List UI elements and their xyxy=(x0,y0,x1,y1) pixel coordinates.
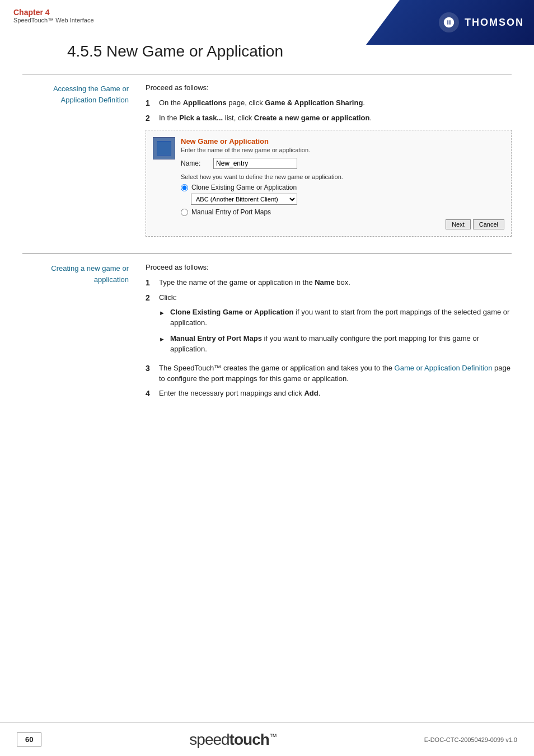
section2-content: Proceed as follows: 1 Type the name of t… xyxy=(146,263,512,403)
s2-step4-text: Enter the necessary port mappings and cl… xyxy=(159,388,320,400)
arrow-icon2: ► xyxy=(159,333,166,355)
section2-step3: 3 The SpeedTouch™ creates the game or ap… xyxy=(146,363,512,384)
thomson-logo-text: THOMSON xyxy=(465,17,524,29)
screenshot-box: New Game or Application Enter the name o… xyxy=(146,130,512,237)
brand-bold: touch xyxy=(229,731,269,748)
step1-num: 1 xyxy=(146,97,153,109)
page-header: Chapter 4 SpeedTouch™ Web Interface THOM… xyxy=(0,0,534,29)
s2-step3-text: The SpeedTouch™ creates the game or appl… xyxy=(159,363,512,384)
chapter-label: Chapter 4 xyxy=(13,8,94,17)
section2-label-col: Creating a new game or application xyxy=(22,263,134,403)
page-number: 60 xyxy=(17,732,41,746)
page-title: 4.5.5 New Game or Application xyxy=(67,43,512,60)
s2-step1-num: 1 xyxy=(146,277,153,289)
screenshot-icon-inner xyxy=(157,141,171,156)
ss-title: New Game or Application xyxy=(181,137,504,145)
section1-content: Proceed as follows: 1 On the Application… xyxy=(146,83,512,242)
arrow-item1: ► Clone Existing Game or Application if … xyxy=(159,307,512,328)
ss-dropdown-row: ABC (Another Bittorent Client) xyxy=(191,194,504,205)
thomson-logo-icon xyxy=(439,12,459,32)
step2-num: 2 xyxy=(146,112,153,124)
ss-subtitle: Enter the name of the new game or applic… xyxy=(181,147,504,153)
section2-row: Creating a new game or application Proce… xyxy=(22,263,512,403)
footer-doc-code: E-DOC-CTC-20050429-0099 v1.0 xyxy=(424,736,517,743)
arrow-item2: ► Manual Entry of Port Maps if you want … xyxy=(159,333,512,355)
page-footer: 60 speedtouch™ E-DOC-CTC-20050429-0099 v… xyxy=(0,722,534,756)
ss-radio2-row: Manual Entry of Port Maps xyxy=(181,208,504,216)
chapter-subtitle: SpeedTouch™ Web Interface xyxy=(13,17,94,24)
arrow-icon1: ► xyxy=(159,307,166,328)
ss-radio2-label: Manual Entry of Port Maps xyxy=(191,208,271,216)
ss-radio2[interactable] xyxy=(181,209,188,216)
section1-step2: 2 In the Pick a task... list, click Crea… xyxy=(146,112,512,124)
section2-label: Creating a new game or application xyxy=(22,263,129,285)
ss-radio1[interactable] xyxy=(181,184,188,191)
s2-step3-num: 3 xyxy=(146,363,153,384)
arrow-item1-text: Clone Existing Game or Application if yo… xyxy=(170,307,512,328)
arrow-item2-text: Manual Entry of Port Maps if you want to… xyxy=(170,333,512,355)
ss-radio1-label: Clone Existing Game or Application xyxy=(191,184,297,191)
arrow-list: ► Clone Existing Game or Application if … xyxy=(159,307,512,355)
brand-tm: ™ xyxy=(269,731,277,740)
ss-app-select[interactable]: ABC (Another Bittorent Client) xyxy=(191,194,297,205)
section1-row: Accessing the Game or Application Defini… xyxy=(22,83,512,242)
screenshot-app-icon xyxy=(153,137,175,159)
s2-step4-num: 4 xyxy=(146,388,153,400)
step2-text: In the Pick a task... list, click Create… xyxy=(159,112,372,124)
brand-regular: speed xyxy=(189,731,229,748)
s2-step1-text: Type the name of the game or application… xyxy=(159,277,350,289)
ss-name-row: Name: xyxy=(181,158,504,169)
ss-name-input[interactable] xyxy=(213,158,297,169)
header-left: Chapter 4 SpeedTouch™ Web Interface xyxy=(13,8,94,24)
section2-proceed: Proceed as follows: xyxy=(146,263,512,271)
header-banner: THOMSON xyxy=(366,0,534,45)
section1-label: Accessing the Game or Application Defini… xyxy=(22,83,129,105)
ss-cancel-button[interactable]: Cancel xyxy=(473,219,504,229)
thomson-icon-svg xyxy=(443,16,455,29)
section2-step2: 2 Click: ► Clone Existing Game or Applic… xyxy=(146,292,512,359)
ss-select-label: Select how you want to define the new ga… xyxy=(181,173,504,180)
section2-divider xyxy=(22,253,512,254)
section1-steps: 1 On the Applications page, click Game &… xyxy=(146,97,512,124)
screenshot-content: New Game or Application Enter the name o… xyxy=(181,137,504,229)
main-content: Accessing the Game or Application Defini… xyxy=(0,74,534,403)
game-definition-link[interactable]: Game or Application Definition xyxy=(395,364,493,372)
s2-step2-num: 2 xyxy=(146,292,153,359)
s2-step2-text: Click: xyxy=(159,293,177,302)
section1-label-col: Accessing the Game or Application Defini… xyxy=(22,83,134,242)
s2-step2-content: Click: ► Clone Existing Game or Applicat… xyxy=(159,292,512,359)
section1-proceed: Proceed as follows: xyxy=(146,83,512,92)
section1-divider xyxy=(22,74,512,74)
section1-step1: 1 On the Applications page, click Game &… xyxy=(146,97,512,109)
footer-brand: speedtouch™ xyxy=(189,731,277,749)
section2-step1: 1 Type the name of the game or applicati… xyxy=(146,277,512,289)
ss-next-button[interactable]: Next xyxy=(446,219,471,229)
section2-steps: 1 Type the name of the game or applicati… xyxy=(146,277,512,400)
ss-button-row: Next Cancel xyxy=(181,219,504,229)
ss-name-label: Name: xyxy=(181,159,209,167)
step1-text: On the Applications page, click Game & A… xyxy=(159,97,365,109)
section2-step4: 4 Enter the necessary port mappings and … xyxy=(146,388,512,400)
ss-radio1-row: Clone Existing Game or Application xyxy=(181,184,504,191)
